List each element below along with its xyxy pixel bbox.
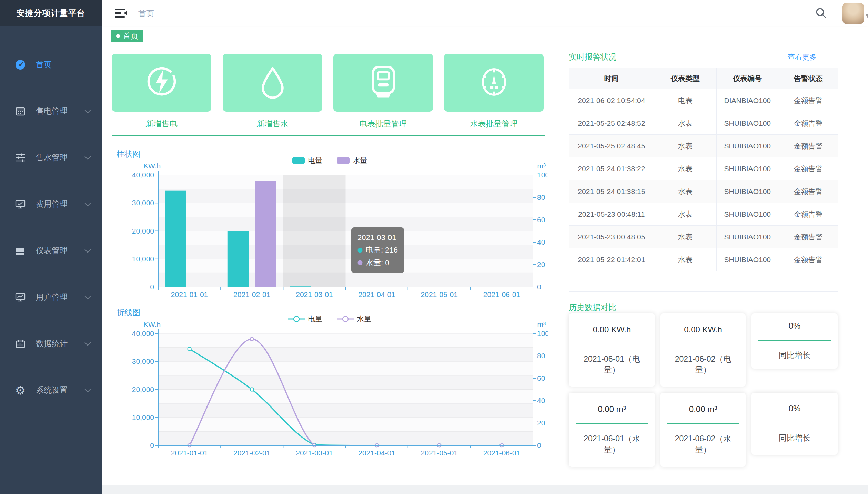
history-card: 0.00 KW.h 2021-06-02（电量） xyxy=(660,313,746,387)
card-divider xyxy=(667,423,739,424)
history-card: 0.00 m³ 2021-06-01（水量） xyxy=(569,393,655,467)
svg-text:2021-04-01: 2021-04-01 xyxy=(358,290,395,298)
chevron-down-icon xyxy=(84,339,91,346)
water-meter-batch-card[interactable] xyxy=(444,54,544,112)
svg-text:30,000: 30,000 xyxy=(132,199,154,207)
search-icon[interactable] xyxy=(815,7,827,21)
tab-home[interactable]: 首页 xyxy=(111,30,143,42)
table-row[interactable]: 2021-05-25 02:48:45水表SHUIBIAO100金额告警 xyxy=(569,135,838,157)
legend-item-electricity[interactable]: 电量 xyxy=(292,156,323,165)
series-dot-icon xyxy=(357,248,363,253)
legend-item-water[interactable]: 水量 xyxy=(337,156,367,165)
svg-text:0: 0 xyxy=(150,283,154,291)
legend-item-water[interactable]: 水量 xyxy=(337,314,372,324)
history-panel-title: 历史数据对比 xyxy=(569,302,616,313)
sidebar-item-label: 费用管理 xyxy=(36,199,68,209)
alarm-table: 时间 仪表类型 仪表编号 告警状态 2021-06-02 10:54:04电表D… xyxy=(569,68,838,292)
history-card: 0.00 m³ 2021-06-02（水量） xyxy=(660,393,746,467)
svg-text:2021-02-01: 2021-02-01 xyxy=(233,449,270,457)
sliders-icon xyxy=(14,151,27,164)
svg-text:40: 40 xyxy=(537,238,545,246)
svg-text:60: 60 xyxy=(537,374,545,382)
chevron-down-icon xyxy=(84,200,91,206)
quick-action-label[interactable]: 新增售水 xyxy=(223,119,322,129)
water-drop-icon xyxy=(252,62,293,103)
table-row[interactable]: 2021-05-25 02:48:52水表SHUIBIAO100金额告警 xyxy=(569,112,838,135)
svg-text:60: 60 xyxy=(537,216,545,224)
sidebar-menu: 首页 售电管理 售水管理 费用管理 仪 xyxy=(0,26,102,413)
series-dot-icon xyxy=(357,260,363,265)
chevron-down-icon xyxy=(84,246,91,253)
table-row[interactable]: 2021-05-23 00:48:11水表SHUIBIAO100金额告警 xyxy=(569,203,838,226)
svg-text:2021-03-01: 2021-03-01 xyxy=(296,290,333,298)
legend-swatch-icon xyxy=(337,157,350,164)
quick-action-label[interactable]: 水表批量管理 xyxy=(444,119,544,129)
table-row[interactable]: 2021-05-22 01:42:01水表SHUIBIAO100金额告警 xyxy=(569,248,838,271)
table-row[interactable]: 2021-05-24 01:38:15水表SHUIBIAO100金额告警 xyxy=(569,180,838,203)
card-divider xyxy=(576,344,648,344)
svg-text:40: 40 xyxy=(537,397,545,404)
card-divider xyxy=(758,423,831,423)
sidebar-item-users[interactable]: 用户管理 xyxy=(0,274,102,320)
sidebar-item-label: 用户管理 xyxy=(36,292,68,302)
legend-swatch-icon xyxy=(292,157,305,164)
sidebar-item-label: 仪表管理 xyxy=(36,245,68,256)
sidebar-item-label: 数据统计 xyxy=(36,338,68,349)
table-row[interactable]: 2021-06-02 10:54:04电表DIANBIAO100金额告警 xyxy=(569,89,838,112)
svg-text:2021-06-01: 2021-06-01 xyxy=(483,449,520,457)
legend-item-electricity[interactable]: 电量 xyxy=(288,314,323,324)
svg-text:10,000: 10,000 xyxy=(132,413,154,421)
svg-text:0: 0 xyxy=(537,441,541,449)
monitor-user-icon xyxy=(14,291,27,304)
svg-text:80: 80 xyxy=(537,352,545,360)
sidebar-item-settings[interactable]: ⚙ 系统设置 xyxy=(0,367,102,413)
line-chart-legend: 电量 水量 xyxy=(112,314,548,324)
tabbar: 首页 xyxy=(102,27,868,45)
svg-text:40,000: 40,000 xyxy=(132,171,154,179)
sidebar-item-statistics[interactable]: 数据统计 xyxy=(0,320,102,367)
bill-icon xyxy=(14,105,27,118)
svg-text:20: 20 xyxy=(537,260,545,268)
sidebar-item-fees[interactable]: 费用管理 xyxy=(0,181,102,227)
table-empty-row xyxy=(569,271,838,292)
chart-tooltip: 2021-03-01 电量: 216 水量: 0 xyxy=(351,227,404,273)
electric-meter-batch-card[interactable] xyxy=(333,54,433,112)
bar-chart[interactable]: 010,00020,00030,00040,000020406080100202… xyxy=(112,169,548,307)
sidebar-item-label: 售水管理 xyxy=(36,152,68,163)
chevron-down-icon xyxy=(84,386,91,392)
caret-down-icon: ▾ xyxy=(866,11,868,20)
line-chart[interactable]: 010,00020,00030,00040,000020406080100202… xyxy=(112,328,548,466)
table-row[interactable]: 2021-05-24 01:38:22水表SHUIBIAO100金额告警 xyxy=(569,157,838,180)
tab-label: 首页 xyxy=(123,31,138,41)
add-water-card[interactable] xyxy=(223,54,322,112)
electric-meter-icon xyxy=(363,62,404,103)
sidebar-item-water-sales[interactable]: 售水管理 xyxy=(0,134,102,181)
view-more-link[interactable]: 查看更多 xyxy=(788,52,817,62)
svg-text:20: 20 xyxy=(537,419,545,427)
svg-text:2021-02-01: 2021-02-01 xyxy=(233,290,270,298)
card-divider xyxy=(758,340,831,341)
active-dot-icon xyxy=(116,34,120,38)
sidebar-item-meters[interactable]: 仪表管理 xyxy=(0,227,102,274)
sidebar-fold-icon[interactable] xyxy=(114,8,128,20)
breadcrumb[interactable]: 首页 xyxy=(138,8,154,19)
left-axis-name: KW.h xyxy=(143,162,161,170)
table-row[interactable]: 2021-05-23 00:48:05水表SHUIBIAO100金额告警 xyxy=(569,226,838,248)
card-divider xyxy=(667,344,739,344)
avatar[interactable]: ▾ xyxy=(842,3,864,24)
monitor-check-icon xyxy=(14,198,27,211)
sidebar-item-home[interactable]: 首页 xyxy=(0,41,102,88)
sidebar-item-electricity-sales[interactable]: 售电管理 xyxy=(0,88,102,134)
gauge-icon xyxy=(473,62,515,103)
page-bottom-strip xyxy=(102,485,868,494)
chevron-down-icon xyxy=(84,107,91,113)
history-card: 0.00 KW.h 2021-06-01（电量） xyxy=(569,313,655,387)
quick-action-label[interactable]: 新增售电 xyxy=(112,119,211,129)
add-electricity-card[interactable] xyxy=(112,54,211,112)
card-divider xyxy=(576,423,648,424)
quick-action-label[interactable]: 电表批量管理 xyxy=(333,119,433,129)
svg-text:10,000: 10,000 xyxy=(132,255,154,263)
chevron-down-icon xyxy=(84,153,91,159)
legend-line-icon xyxy=(337,315,354,323)
left-axis-name: KW.h xyxy=(143,320,161,329)
